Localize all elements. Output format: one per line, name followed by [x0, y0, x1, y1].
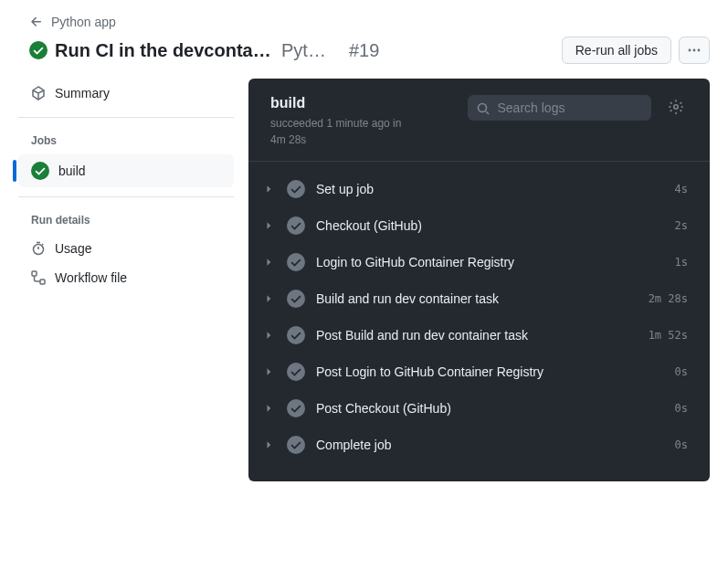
- sidebar-item-workflow-file[interactable]: Workflow file: [18, 263, 234, 292]
- sidebar-item-label: Workflow file: [55, 270, 127, 285]
- success-icon: [287, 399, 305, 417]
- step-name: Checkout (GitHub): [316, 218, 664, 233]
- sidebar-item-label: Usage: [55, 241, 91, 256]
- step-row[interactable]: Post Login to GitHub Container Registry …: [254, 354, 688, 390]
- steps-list: Set up job 4s Checkout (GitHub) 2s Login…: [248, 162, 710, 481]
- step-duration: 4s: [675, 183, 688, 195]
- sidebar: Summary Jobs build Run details Usage Wor…: [0, 79, 234, 500]
- step-row[interactable]: Post Build and run dev container task 1m…: [254, 317, 688, 354]
- run-details-header: Run details: [18, 206, 234, 234]
- step-row[interactable]: Login to GitHub Container Registry 1s: [254, 244, 688, 280]
- sidebar-item-build[interactable]: build: [18, 154, 234, 187]
- rerun-all-button[interactable]: Re-run all jobs: [562, 37, 671, 64]
- success-icon: [31, 162, 49, 180]
- job-panel: build succeeded 1 minute ago in 4m 28s S…: [248, 79, 710, 481]
- svg-point-0: [29, 41, 47, 59]
- svg-point-4: [31, 162, 49, 180]
- success-icon: [287, 290, 305, 308]
- chevron-right-icon: [261, 184, 276, 195]
- page-header: Python app Run CI in the devcontainer Py…: [0, 0, 728, 79]
- search-logs-input[interactable]: [468, 95, 652, 121]
- step-name: Build and run dev container task: [316, 291, 638, 306]
- jobs-header: Jobs: [18, 127, 234, 154]
- sidebar-item-label: build: [58, 164, 86, 178]
- svg-rect-7: [40, 280, 45, 284]
- step-name: Post Login to GitHub Container Registry: [316, 364, 664, 379]
- sidebar-item-usage[interactable]: Usage: [18, 234, 234, 263]
- step-duration: 2m 28s: [649, 292, 688, 305]
- settings-button[interactable]: [664, 95, 688, 119]
- step-name: Set up job: [316, 182, 664, 196]
- step-duration: 1s: [675, 256, 688, 269]
- search-icon: [476, 101, 491, 116]
- step-duration: 0s: [675, 365, 688, 378]
- step-duration: 2s: [675, 219, 688, 232]
- success-icon: [287, 253, 305, 271]
- sidebar-item-label: Summary: [55, 86, 110, 100]
- step-row[interactable]: Set up job 4s: [254, 171, 688, 207]
- step-duration: 0s: [675, 402, 688, 415]
- chevron-right-icon: [261, 366, 276, 377]
- svg-rect-6: [32, 271, 37, 276]
- svg-point-8: [478, 104, 486, 112]
- breadcrumb[interactable]: Python app: [29, 15, 710, 29]
- divider: [18, 117, 234, 118]
- step-row[interactable]: Post Checkout (GitHub) 0s: [254, 390, 688, 427]
- chevron-right-icon: [261, 439, 276, 450]
- step-row[interactable]: Complete job 0s: [254, 427, 688, 463]
- chevron-right-icon: [261, 293, 276, 304]
- step-name: Post Build and run dev container task: [316, 328, 638, 343]
- stopwatch-icon: [31, 241, 46, 256]
- workflow-icon: [31, 270, 46, 285]
- success-icon: [287, 326, 305, 344]
- kebab-icon: [687, 43, 702, 58]
- step-name: Complete job: [316, 438, 664, 452]
- job-status-text: succeeded 1 minute ago in 4m 28s: [270, 115, 417, 148]
- step-name: Post Checkout (GitHub): [316, 401, 664, 416]
- arrow-left-icon: [29, 15, 44, 29]
- svg-point-1: [689, 49, 691, 52]
- success-icon: [29, 41, 47, 59]
- svg-point-2: [693, 49, 696, 52]
- step-duration: 0s: [675, 438, 688, 451]
- workflow-title: Run CI in the devcontainer: [55, 40, 274, 61]
- success-icon: [287, 436, 305, 454]
- gear-icon: [668, 99, 684, 115]
- chevron-right-icon: [261, 220, 276, 231]
- success-icon: [287, 216, 305, 235]
- svg-point-12: [287, 253, 305, 271]
- svg-point-13: [287, 290, 305, 308]
- step-name: Login to GitHub Container Registry: [316, 255, 664, 269]
- breadcrumb-label: Python app: [51, 15, 116, 29]
- more-actions-button[interactable]: [679, 37, 710, 64]
- svg-point-15: [287, 363, 305, 381]
- svg-point-16: [287, 399, 305, 417]
- step-duration: 1m 52s: [649, 329, 688, 342]
- success-icon: [287, 180, 305, 198]
- svg-point-3: [698, 49, 701, 52]
- chevron-right-icon: [261, 257, 276, 268]
- divider: [18, 196, 234, 197]
- success-icon: [287, 363, 305, 381]
- step-row[interactable]: Build and run dev container task 2m 28s: [254, 280, 688, 317]
- svg-point-9: [674, 105, 679, 110]
- chevron-right-icon: [261, 403, 276, 414]
- summary-icon: [31, 86, 46, 100]
- chevron-right-icon: [261, 330, 276, 341]
- svg-point-10: [287, 180, 305, 198]
- sidebar-item-summary[interactable]: Summary: [18, 79, 234, 108]
- svg-point-11: [287, 216, 305, 235]
- svg-point-17: [287, 436, 305, 454]
- workflow-sub: Python app: [281, 40, 336, 61]
- job-name: build: [270, 95, 455, 111]
- svg-point-14: [287, 326, 305, 344]
- step-row[interactable]: Checkout (GitHub) 2s: [254, 207, 688, 244]
- run-number: #19: [349, 40, 379, 61]
